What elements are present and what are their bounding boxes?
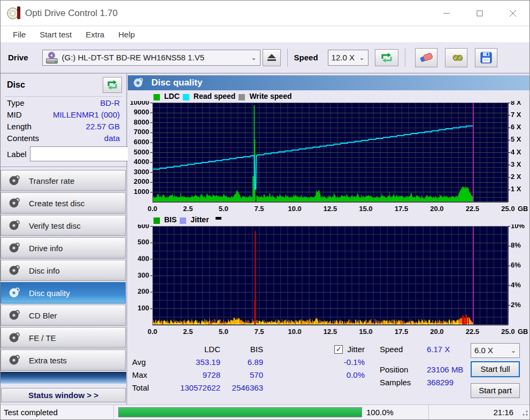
read-speed-legend-label: Read speed (194, 92, 236, 100)
toolbar-separator (287, 49, 288, 67)
chevron-down-icon: ⌄ (506, 347, 516, 354)
sidebar-item-label: Create test disc (29, 199, 85, 208)
test-speed-value: 6.0 X (474, 346, 493, 355)
field-value: BD-R (100, 98, 120, 107)
read-speed-legend-swatch (183, 94, 189, 100)
sidebar-filler (1, 372, 126, 384)
progress-percent: 100.0% (362, 408, 400, 417)
sidebar-item-extra-tests[interactable]: Extra tests (1, 349, 126, 371)
total-bis-value: 2546363 (220, 383, 263, 392)
test-speed-select[interactable]: 6.0 X ⌄ (471, 343, 520, 358)
sidebar-item-label: Transfer rate (29, 176, 74, 185)
menu-help[interactable]: Help (111, 28, 142, 41)
menu-extra[interactable]: Extra (79, 28, 111, 41)
row-label: Max (132, 370, 159, 379)
ldc-legend-swatch (153, 94, 160, 100)
disc-field-length: Length 22.57 GB (5, 120, 122, 132)
speed-label: Speed (294, 53, 318, 62)
drive-select[interactable]: (G:) HL-DT-ST BD-RE WH16NS58 1.V5 ⌄ (42, 50, 260, 66)
eject-icon (267, 53, 276, 62)
write-speed-legend-swatch (239, 94, 245, 100)
status-window-button[interactable]: Status window > > (1, 388, 126, 402)
chevron-down-icon: ⌄ (247, 54, 256, 61)
disc-panel-title: Disc (7, 80, 25, 90)
ldc-legend-label: LDC (164, 92, 180, 100)
page-title: Disc quality (151, 77, 202, 88)
disc-icon (9, 175, 20, 186)
samples-stat-value: 368299 (427, 378, 454, 387)
jitter-column: ✓ Jitter -0.1% 0.0% (271, 343, 365, 398)
jitter-checkbox[interactable]: ✓ (334, 345, 343, 354)
sidebar-item-verify-test-disc[interactable]: Verify test disc (1, 215, 126, 236)
title-bar: Opti Drive Control 1.70 (1, 1, 529, 26)
jitter-label: Jitter (347, 345, 365, 354)
sidebar-item-label: Drive info (29, 244, 63, 253)
sidebar-item-fe-te[interactable]: FE / TE (1, 327, 126, 348)
sidebar-item-transfer-rate[interactable]: Transfer rate (1, 170, 126, 191)
refresh-icon (381, 52, 393, 63)
sidebar-nav: Transfer rateCreate test discVerify test… (1, 167, 126, 371)
close-button[interactable] (496, 1, 529, 26)
bis-legend-label: BIS (164, 215, 176, 224)
total-ldc-value: 130572622 (159, 383, 220, 392)
left-panel: Disc Type BD-R MID MILLENMR1 (000) (1, 74, 127, 405)
test-controls: 6.0 X ⌄ Start full Start part (471, 343, 520, 398)
speed-select[interactable]: 12.0 X ⌄ (328, 50, 368, 66)
results-area: LDC BIS Avg 353.19 6.89 Max 9728 570 T (128, 337, 529, 398)
row-label: Total (132, 383, 159, 392)
sidebar-item-disc-info[interactable]: Disc info (1, 260, 126, 281)
disc-quality-header: Disc quality (128, 75, 529, 90)
col-header-bis: BIS (220, 345, 263, 354)
menu-start-test[interactable]: Start test (33, 28, 79, 41)
eraser-icon (419, 52, 433, 63)
window-title: Opti Drive Control 1.70 (25, 8, 118, 19)
disc-icon (9, 355, 20, 365)
sidebar-item-label: Verify test disc (29, 221, 81, 230)
ldc-read-speed-chart (128, 101, 529, 214)
sidebar-item-disc-quality[interactable]: Disc quality (1, 282, 126, 304)
start-part-button[interactable]: Start part (471, 383, 520, 398)
sidebar-item-label: CD Bler (29, 311, 57, 320)
speed-stat-label: Speed (380, 345, 427, 354)
app-icon (7, 6, 21, 20)
refresh-button[interactable] (375, 49, 398, 66)
avg-jitter-value: -0.1% (344, 357, 365, 367)
samples-stat-label: Samples (380, 378, 427, 387)
drive-toolbar: Drive (G:) HL-DT-ST BD-RE WH16NS58 1.V5 … (1, 42, 529, 74)
jitter-legend-swatch (180, 217, 186, 224)
main-panel: Disc quality LDC Read speed Write speed … (127, 74, 529, 405)
disc-icon (133, 78, 144, 88)
start-full-button[interactable]: Start full (471, 361, 520, 377)
maximize-button[interactable] (463, 1, 496, 26)
field-label: Length (7, 122, 32, 131)
settings-button[interactable]: ⚙⚙ (445, 48, 467, 67)
sidebar-item-drive-info[interactable]: Drive info (1, 237, 126, 259)
legend-mark (216, 217, 221, 220)
eject-button[interactable] (263, 49, 281, 66)
clock-text: 21:16 (428, 405, 521, 419)
speed-select-value: 12.0 X (332, 53, 355, 62)
refresh-icon (107, 80, 118, 90)
label-input[interactable] (30, 146, 132, 161)
label-field-label: Label (7, 150, 27, 159)
field-value: data (104, 134, 120, 143)
chart1-legend: LDC Read speed Write speed (128, 90, 529, 101)
menu-bar: File Start test Extra Help (1, 26, 529, 42)
col-header-ldc: LDC (159, 345, 220, 354)
resize-grip[interactable] (521, 409, 528, 416)
disc-field-mid: MID MILLENMR1 (000) (5, 108, 122, 120)
disc-icon (9, 220, 20, 231)
sidebar-item-create-test-disc[interactable]: Create test disc (1, 192, 126, 214)
disc-field-type: Type BD-R (5, 97, 122, 108)
save-button[interactable] (475, 48, 497, 67)
progress-fill (119, 408, 362, 417)
minimize-button[interactable] (430, 1, 463, 26)
write-speed-legend-label: Write speed (249, 92, 291, 100)
disc-icon (9, 243, 20, 253)
menu-file[interactable]: File (6, 28, 33, 41)
sidebar-item-cd-bler[interactable]: CD Bler (1, 305, 126, 326)
disc-refresh-button[interactable] (103, 77, 122, 93)
sidebar-item-label: FE / TE (29, 333, 56, 343)
erase-disc-button[interactable] (415, 48, 437, 67)
speed-stat-value: 6.17 X (427, 345, 450, 354)
